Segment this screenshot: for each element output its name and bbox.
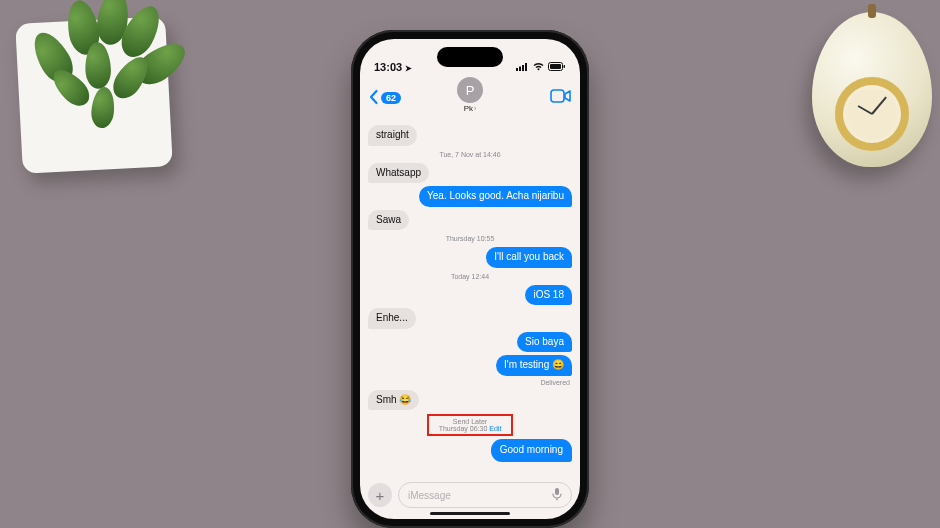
svg-rect-2 [522,65,524,71]
bubble-text: I'm testing 😄 [496,355,572,376]
svg-rect-7 [551,90,564,102]
timestamp: Tue, 7 Nov at 14:46 [368,151,572,158]
iphone-frame: 13:03 ➤ 62 [351,30,589,528]
bubble-text: Smh 😂 [368,390,419,411]
plus-icon: + [376,487,385,504]
contact-name-row: Pk › [457,104,483,113]
contact-name: Pk [464,104,473,113]
battery-icon [548,61,566,73]
bubble-text: Yea. Looks good. Acha nijaribu [419,186,572,207]
status-left: 13:03 ➤ [374,61,412,73]
back-button[interactable]: 62 [368,89,401,108]
message-out[interactable]: I'm testing 😄 [368,355,572,376]
svg-rect-0 [516,68,518,71]
svg-rect-8 [555,488,559,495]
cellular-icon [516,61,529,73]
status-right [516,61,566,73]
avatar-initial: P [466,83,475,98]
conversation-header: 62 P Pk › [360,75,580,122]
message-scheduled[interactable]: Good morning [368,439,572,462]
unread-badge: 62 [381,92,401,104]
bubble-text: Sio baya [517,332,572,353]
avatar: P [457,77,483,103]
plant-prop [0,0,220,220]
send-later-annotation: Send Later Thursday 06:30 Edit [368,414,572,436]
location-icon: ➤ [405,64,412,73]
bubble-text: I'll call you back [486,247,572,268]
message-out[interactable]: Yea. Looks good. Acha nijaribu [368,186,572,207]
message-in[interactable]: Whatsapp [368,163,572,184]
send-later-subtitle: Thursday 06:30 Edit [439,425,502,432]
timestamp: Today 12:44 [368,273,572,280]
bubble-text: iOS 18 [525,285,572,306]
chevron-right-icon: › [474,105,476,112]
message-in[interactable]: Sawa [368,210,572,231]
message-placeholder: iMessage [408,490,451,501]
facetime-button[interactable] [550,89,572,107]
home-indicator[interactable] [430,512,510,515]
send-later-box[interactable]: Send Later Thursday 06:30 Edit [427,414,514,436]
send-later-time: Thursday 06:30 [439,425,488,432]
svg-rect-1 [519,67,521,72]
message-in[interactable]: Enhe... [368,308,572,329]
dynamic-island [437,47,503,67]
svg-rect-6 [564,65,566,68]
bubble-text: Whatsapp [368,163,429,184]
bubble-text: Good morning [491,439,572,462]
message-in[interactable]: Smh 😂 [368,390,572,411]
message-out[interactable]: iOS 18 [368,285,572,306]
send-later-edit[interactable]: Edit [489,425,501,432]
svg-rect-5 [550,64,561,69]
egg-clock-prop [812,12,932,167]
message-list[interactable]: straight Tue, 7 Nov at 14:46 Whatsapp Ye… [360,122,580,475]
plus-button[interactable]: + [368,483,392,507]
delivered-label: Delivered [368,379,570,386]
send-later-title: Send Later [439,418,502,425]
message-out[interactable]: I'll call you back [368,247,572,268]
message-in[interactable]: straight [368,125,572,146]
chevron-left-icon [368,89,380,108]
timestamp: Thursday 10:55 [368,235,572,242]
message-input[interactable]: iMessage [398,482,572,508]
message-out[interactable]: Sio baya [368,332,572,353]
bubble-text: straight [368,125,417,146]
mic-icon[interactable] [552,487,562,503]
bubble-text: Enhe... [368,308,416,329]
svg-rect-3 [525,63,527,71]
status-time: 13:03 [374,61,402,73]
contact-button[interactable]: P Pk › [457,77,483,113]
wifi-icon [532,61,545,73]
screen: 13:03 ➤ 62 [360,39,580,519]
bubble-text: Sawa [368,210,409,231]
